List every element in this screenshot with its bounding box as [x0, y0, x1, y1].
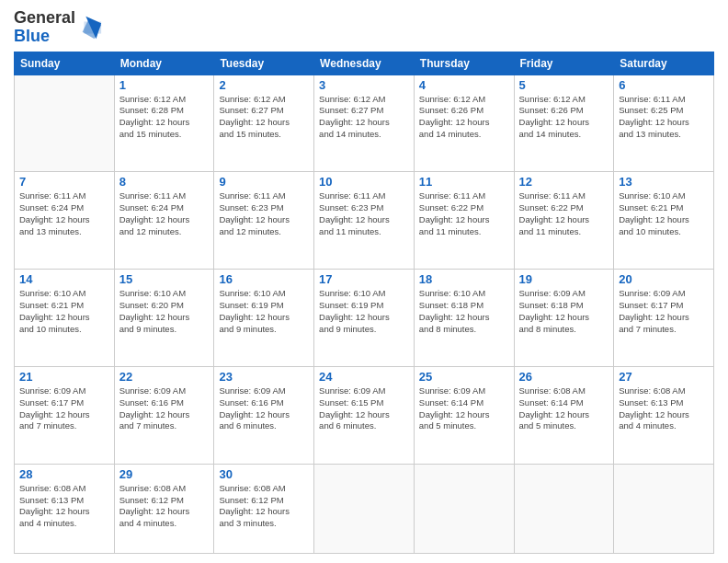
day-info: Sunrise: 6:11 AM Sunset: 6:25 PM Dayligh… [619, 94, 709, 141]
day-number: 30 [219, 467, 309, 481]
day-number: 23 [219, 370, 309, 384]
day-number: 2 [219, 78, 309, 92]
day-info: Sunrise: 6:12 AM Sunset: 6:27 PM Dayligh… [219, 94, 309, 141]
day-info: Sunrise: 6:08 AM Sunset: 6:12 PM Dayligh… [119, 483, 210, 530]
day-info: Sunrise: 6:11 AM Sunset: 6:22 PM Dayligh… [519, 190, 609, 237]
page: General Blue SundayMondayTuesdayWednesda… [0, 0, 728, 563]
calendar-cell: 19Sunrise: 6:09 AM Sunset: 6:18 PM Dayli… [514, 270, 614, 367]
day-info: Sunrise: 6:10 AM Sunset: 6:19 PM Dayligh… [319, 288, 409, 335]
day-number: 4 [419, 78, 509, 92]
day-number: 6 [619, 78, 709, 92]
day-number: 7 [19, 175, 109, 189]
calendar-header-row: SundayMondayTuesdayWednesdayThursdayFrid… [15, 52, 714, 75]
header: General Blue [14, 9, 714, 46]
day-info: Sunrise: 6:10 AM Sunset: 6:21 PM Dayligh… [19, 288, 109, 335]
day-number: 22 [119, 370, 210, 384]
day-header-friday: Friday [514, 52, 614, 75]
calendar-cell: 7Sunrise: 6:11 AM Sunset: 6:24 PM Daylig… [15, 172, 115, 270]
calendar-cell: 29Sunrise: 6:08 AM Sunset: 6:12 PM Dayli… [114, 464, 214, 553]
calendar-cell: 26Sunrise: 6:08 AM Sunset: 6:14 PM Dayli… [514, 367, 614, 465]
calendar-cell: 2Sunrise: 6:12 AM Sunset: 6:27 PM Daylig… [214, 75, 314, 172]
day-info: Sunrise: 6:10 AM Sunset: 6:20 PM Dayligh… [119, 288, 210, 335]
day-number: 14 [19, 272, 109, 286]
day-info: Sunrise: 6:09 AM Sunset: 6:16 PM Dayligh… [119, 385, 210, 432]
calendar-cell: 12Sunrise: 6:11 AM Sunset: 6:22 PM Dayli… [514, 172, 614, 270]
day-info: Sunrise: 6:09 AM Sunset: 6:16 PM Dayligh… [219, 385, 309, 432]
day-info: Sunrise: 6:08 AM Sunset: 6:13 PM Dayligh… [619, 385, 709, 432]
day-info: Sunrise: 6:12 AM Sunset: 6:26 PM Dayligh… [419, 94, 509, 141]
day-number: 11 [419, 175, 509, 189]
calendar-cell: 25Sunrise: 6:09 AM Sunset: 6:14 PM Dayli… [414, 367, 514, 465]
calendar-cell: 22Sunrise: 6:09 AM Sunset: 6:16 PM Dayli… [114, 367, 214, 465]
day-number: 1 [119, 78, 210, 92]
day-info: Sunrise: 6:11 AM Sunset: 6:23 PM Dayligh… [319, 190, 409, 237]
calendar-cell: 10Sunrise: 6:11 AM Sunset: 6:23 PM Dayli… [314, 172, 415, 270]
calendar-cell: 6Sunrise: 6:11 AM Sunset: 6:25 PM Daylig… [614, 75, 714, 172]
calendar-cell: 9Sunrise: 6:11 AM Sunset: 6:23 PM Daylig… [214, 172, 314, 270]
day-number: 8 [119, 175, 210, 189]
day-number: 24 [319, 370, 409, 384]
logo: General Blue [14, 9, 103, 46]
day-info: Sunrise: 6:11 AM Sunset: 6:22 PM Dayligh… [419, 190, 509, 237]
calendar-cell [614, 464, 714, 553]
day-info: Sunrise: 6:12 AM Sunset: 6:27 PM Dayligh… [319, 94, 409, 141]
day-number: 3 [319, 78, 409, 92]
calendar-cell: 28Sunrise: 6:08 AM Sunset: 6:13 PM Dayli… [15, 464, 115, 553]
calendar: SundayMondayTuesdayWednesdayThursdayFrid… [14, 52, 714, 554]
logo-text: General Blue [14, 9, 75, 46]
day-number: 28 [19, 467, 109, 481]
day-number: 20 [619, 272, 709, 286]
logo-icon [77, 15, 103, 40]
day-header-saturday: Saturday [614, 52, 714, 75]
day-number: 12 [519, 175, 609, 189]
day-number: 26 [519, 370, 609, 384]
calendar-cell: 17Sunrise: 6:10 AM Sunset: 6:19 PM Dayli… [314, 270, 415, 367]
day-info: Sunrise: 6:09 AM Sunset: 6:14 PM Dayligh… [419, 385, 509, 432]
calendar-cell: 4Sunrise: 6:12 AM Sunset: 6:26 PM Daylig… [414, 75, 514, 172]
calendar-cell: 23Sunrise: 6:09 AM Sunset: 6:16 PM Dayli… [214, 367, 314, 465]
calendar-cell: 13Sunrise: 6:10 AM Sunset: 6:21 PM Dayli… [614, 172, 714, 270]
day-info: Sunrise: 6:08 AM Sunset: 6:13 PM Dayligh… [19, 483, 109, 530]
calendar-cell: 30Sunrise: 6:08 AM Sunset: 6:12 PM Dayli… [214, 464, 314, 553]
day-info: Sunrise: 6:08 AM Sunset: 6:14 PM Dayligh… [519, 385, 609, 432]
calendar-cell: 16Sunrise: 6:10 AM Sunset: 6:19 PM Dayli… [214, 270, 314, 367]
day-header-thursday: Thursday [414, 52, 514, 75]
calendar-cell: 8Sunrise: 6:11 AM Sunset: 6:24 PM Daylig… [114, 172, 214, 270]
day-number: 13 [619, 175, 709, 189]
calendar-cell: 21Sunrise: 6:09 AM Sunset: 6:17 PM Dayli… [15, 367, 115, 465]
calendar-cell: 1Sunrise: 6:12 AM Sunset: 6:28 PM Daylig… [114, 75, 214, 172]
day-number: 16 [219, 272, 309, 286]
day-info: Sunrise: 6:09 AM Sunset: 6:15 PM Dayligh… [319, 385, 409, 432]
day-header-sunday: Sunday [15, 52, 115, 75]
day-info: Sunrise: 6:10 AM Sunset: 6:21 PM Dayligh… [619, 190, 709, 237]
day-info: Sunrise: 6:12 AM Sunset: 6:26 PM Dayligh… [519, 94, 609, 141]
calendar-cell: 24Sunrise: 6:09 AM Sunset: 6:15 PM Dayli… [314, 367, 415, 465]
logo-general: General [14, 8, 75, 27]
day-number: 29 [119, 467, 210, 481]
calendar-cell: 20Sunrise: 6:09 AM Sunset: 6:17 PM Dayli… [614, 270, 714, 367]
day-info: Sunrise: 6:09 AM Sunset: 6:17 PM Dayligh… [619, 288, 709, 335]
day-info: Sunrise: 6:09 AM Sunset: 6:17 PM Dayligh… [19, 385, 109, 432]
day-number: 21 [19, 370, 109, 384]
day-info: Sunrise: 6:10 AM Sunset: 6:18 PM Dayligh… [419, 288, 509, 335]
day-info: Sunrise: 6:10 AM Sunset: 6:19 PM Dayligh… [219, 288, 309, 335]
calendar-cell: 3Sunrise: 6:12 AM Sunset: 6:27 PM Daylig… [314, 75, 415, 172]
day-number: 19 [519, 272, 609, 286]
calendar-cell [15, 75, 115, 172]
day-info: Sunrise: 6:08 AM Sunset: 6:12 PM Dayligh… [219, 483, 309, 530]
day-header-tuesday: Tuesday [214, 52, 314, 75]
day-info: Sunrise: 6:11 AM Sunset: 6:24 PM Dayligh… [19, 190, 109, 237]
calendar-cell: 15Sunrise: 6:10 AM Sunset: 6:20 PM Dayli… [114, 270, 214, 367]
day-number: 10 [319, 175, 409, 189]
calendar-cell [514, 464, 614, 553]
calendar-cell: 5Sunrise: 6:12 AM Sunset: 6:26 PM Daylig… [514, 75, 614, 172]
calendar-cell [414, 464, 514, 553]
day-number: 25 [419, 370, 509, 384]
day-number: 15 [119, 272, 210, 286]
day-number: 18 [419, 272, 509, 286]
day-info: Sunrise: 6:09 AM Sunset: 6:18 PM Dayligh… [519, 288, 609, 335]
calendar-cell [314, 464, 415, 553]
calendar-cell: 27Sunrise: 6:08 AM Sunset: 6:13 PM Dayli… [614, 367, 714, 465]
calendar-cell: 11Sunrise: 6:11 AM Sunset: 6:22 PM Dayli… [414, 172, 514, 270]
day-number: 5 [519, 78, 609, 92]
